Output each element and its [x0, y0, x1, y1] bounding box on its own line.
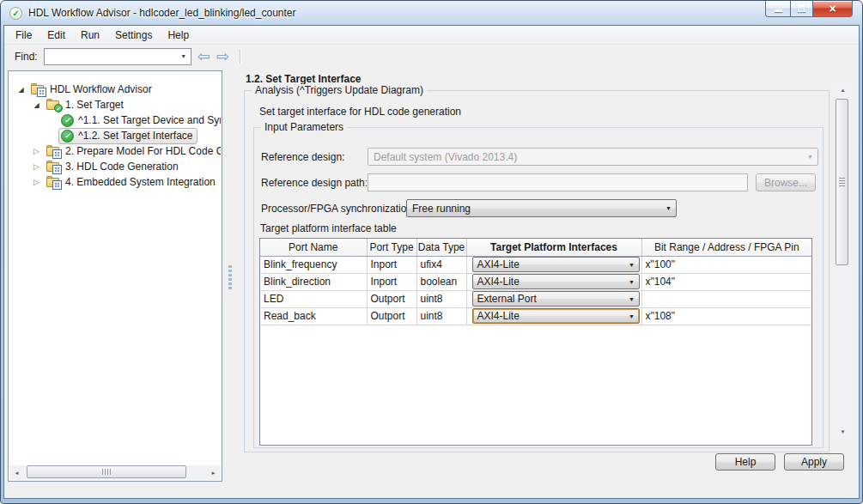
- chevron-down-icon[interactable]: ▼: [177, 53, 191, 59]
- main-area: HDL Workflow Advisor 1. Set Target: [4, 68, 859, 498]
- reference-design-path-label: Reference design path:: [261, 177, 368, 189]
- tree-item-label: 1. Set Target: [65, 99, 124, 111]
- tree-item[interactable]: HDL Workflow Advisor: [9, 82, 221, 97]
- menu-item[interactable]: Settings: [107, 26, 160, 44]
- tree-item[interactable]: 2. Prepare Model For HDL Code Genera: [9, 143, 221, 159]
- close-button[interactable]: ×: [813, 1, 853, 17]
- cell-bit-range: [641, 290, 811, 307]
- panel-splitter[interactable]: [228, 265, 232, 290]
- scroll-down-icon[interactable]: ▼: [836, 424, 850, 439]
- tree-item-label: 4. Embedded System Integration: [65, 176, 216, 188]
- tree-expander-icon[interactable]: [30, 147, 43, 155]
- cell-port-name: Read_back: [260, 307, 367, 325]
- workflow-tree: HDL Workflow Advisor 1. Set Target: [9, 82, 221, 465]
- tree-item-label: 2. Prepare Model For HDL Code Genera: [65, 145, 221, 157]
- interface-dropdown[interactable]: External Port ▼: [472, 291, 640, 307]
- table-row: LED Outport uint8 External Port ▼: [260, 290, 811, 307]
- table-column-header: Data Type: [416, 239, 466, 256]
- reference-design-path-field[interactable]: [368, 173, 748, 191]
- menu-item[interactable]: Run: [73, 26, 107, 44]
- tree-item[interactable]: 1. Set Target: [9, 97, 221, 112]
- tree-expander-icon[interactable]: [30, 178, 43, 186]
- content-vertical-scrollbar[interactable]: ▲ ▼: [836, 82, 850, 439]
- minimize-button[interactable]: [765, 1, 790, 17]
- scrollbar-track[interactable]: [836, 97, 850, 424]
- maximize-icon: [798, 5, 805, 12]
- minimize-icon: [775, 9, 782, 12]
- interface-dropdown[interactable]: AXI4-Lite ▼: [472, 274, 640, 289]
- cell-port-name: LED: [260, 290, 367, 307]
- interface-dropdown[interactable]: AXI4-Lite ▼: [472, 308, 640, 324]
- tree-item[interactable]: 4. Embedded System Integration: [9, 174, 221, 190]
- find-combobox[interactable]: ▼: [44, 48, 191, 65]
- cell-bit-range: x"100": [641, 256, 811, 273]
- help-button[interactable]: Help: [715, 453, 775, 471]
- cell-data-type: uint8: [416, 290, 466, 307]
- table-column-header: Target Platform Interfaces: [466, 239, 641, 256]
- interface-dropdown[interactable]: AXI4-Lite ▼: [472, 257, 640, 272]
- scrollbar-thumb[interactable]: [836, 99, 848, 265]
- tree-item-label: HDL Workflow Advisor: [50, 83, 152, 95]
- input-parameters-label: Input Parameters: [261, 121, 347, 133]
- scrollbar-grip: [839, 178, 845, 187]
- cell-port-type: Inport: [367, 256, 416, 273]
- menu-item[interactable]: File: [8, 26, 40, 44]
- tree-item-icon: [46, 99, 61, 111]
- cell-bit-range: x"104": [641, 273, 811, 290]
- input-parameters-groupbox: Input Parameters Reference design: Defau…: [253, 127, 823, 448]
- interface-table-label: Target platform interface table: [260, 222, 397, 234]
- find-label: Find:: [15, 51, 38, 63]
- cell-bit-range: x"108": [641, 307, 811, 325]
- cell-target-interface: AXI4-Lite ▼: [466, 273, 641, 290]
- cell-target-interface: AXI4-Lite ▼: [466, 307, 641, 325]
- tree-item-icon: [61, 114, 74, 127]
- cell-port-name: Blink_direction: [260, 273, 367, 290]
- scroll-right-icon[interactable]: ►: [206, 465, 221, 480]
- scrollbar-grip: [102, 469, 112, 475]
- reference-design-label: Reference design:: [261, 151, 344, 163]
- cell-target-interface: AXI4-Lite ▼: [466, 256, 641, 273]
- hdl-workflow-advisor-window: HDL Workflow Advisor - hdlcoder_led_blin…: [0, 0, 863, 504]
- processor-fpga-sync-dropdown[interactable]: Free running ▼: [406, 199, 677, 217]
- titlebar[interactable]: HDL Workflow Advisor - hdlcoder_led_blin…: [1, 1, 862, 25]
- tree-item-label: 3. HDL Code Generation: [65, 161, 179, 173]
- tree-item[interactable]: ^1.1. Set Target Device and Synth: [9, 112, 221, 128]
- browse-button[interactable]: Browse...: [756, 173, 816, 191]
- tree-item-icon: [46, 161, 61, 173]
- tree-expander-icon[interactable]: [30, 101, 43, 109]
- cell-port-type: Inport: [367, 273, 416, 290]
- tree-expander-icon[interactable]: [15, 86, 27, 94]
- tree-horizontal-scrollbar[interactable]: ◄ ►: [9, 465, 221, 480]
- tree-item-icon: [30, 83, 46, 95]
- tree-item-icon: [46, 176, 61, 188]
- tree-item[interactable]: ^1.2. Set Target Interface: [9, 128, 221, 143]
- table-row: Blink_direction Inport boolean AXI4-Lite…: [260, 273, 811, 290]
- menu-item[interactable]: Edit: [40, 26, 73, 44]
- maximize-button[interactable]: [790, 1, 813, 17]
- scrollbar-thumb[interactable]: [27, 465, 186, 478]
- analysis-group-label: Analysis (^Triggers Update Diagram): [252, 84, 427, 96]
- tree-item[interactable]: 3. HDL Code Generation: [9, 159, 221, 174]
- tree-item-label: ^1.1. Set Target Device and Synth: [78, 114, 221, 126]
- task-heading: 1.2. Set Target Interface: [246, 73, 362, 85]
- scrollbar-track[interactable]: [24, 465, 206, 480]
- find-previous-button[interactable]: ⇦: [198, 49, 210, 64]
- apply-button[interactable]: Apply: [784, 453, 844, 471]
- chevron-down-icon: ▼: [625, 296, 639, 302]
- chevron-down-icon: ▼: [625, 262, 639, 268]
- chevron-down-icon: ▼: [625, 313, 639, 319]
- close-icon: ×: [829, 3, 836, 15]
- find-input[interactable]: [45, 51, 177, 63]
- tree-expander-icon[interactable]: [30, 162, 43, 171]
- menu-item[interactable]: Help: [160, 26, 197, 44]
- scroll-up-icon[interactable]: ▲: [836, 82, 850, 97]
- table-header-row: Port NamePort TypeData TypeTarget Platfo…: [260, 239, 811, 256]
- cell-data-type: ufix4: [416, 256, 466, 273]
- tree-item-label: ^1.2. Set Target Interface: [78, 130, 193, 142]
- app-check-icon: [9, 7, 22, 20]
- reference-design-dropdown[interactable]: Default system (Vivado 2013.4) ▼: [368, 148, 818, 166]
- cell-port-name: Blink_frequency: [260, 256, 367, 273]
- find-next-button[interactable]: ⇨: [216, 49, 229, 64]
- table-row: Read_back Outport uint8 AXI4-Lite ▼: [260, 307, 811, 325]
- scroll-left-icon[interactable]: ◄: [9, 465, 24, 480]
